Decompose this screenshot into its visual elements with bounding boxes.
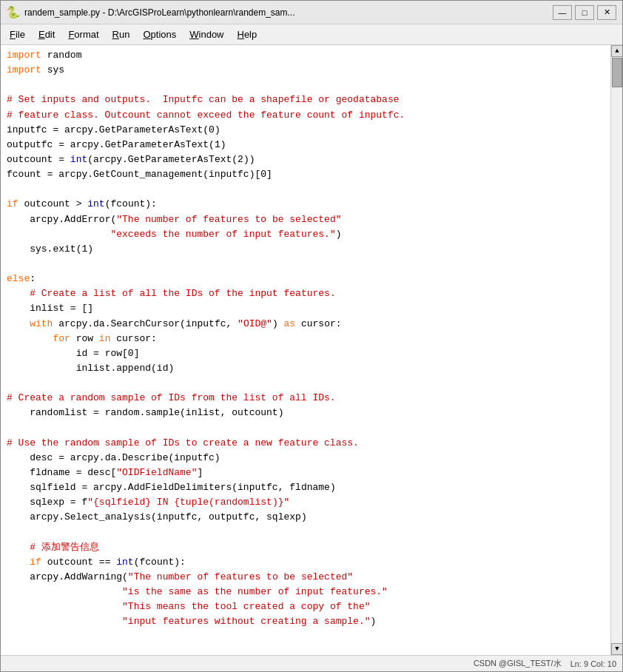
code-line-31: sqlexp = f"{sqlfield} IN {tuple(randomli…	[7, 495, 605, 510]
code-line-38: "This means the tool created a copy of t…	[7, 599, 605, 614]
code-editor[interactable]: import random import sys # Set inputs an…	[1, 45, 610, 655]
cursor-position: Ln: 9 Col: 10	[570, 659, 616, 668]
code-line-1: import random	[7, 48, 605, 63]
close-button[interactable]: ✕	[597, 5, 616, 20]
code-line-11: if outcount > int(fcount):	[7, 197, 605, 212]
code-line-36: arcpy.AddWarning("The number of features…	[7, 570, 605, 585]
code-line-32: arcpy.Select_analysis(inputfc, outputfc,…	[7, 510, 605, 525]
menu-file[interactable]: File	[4, 27, 31, 42]
code-line-4: # Set inputs and outputs. Inputfc can be…	[7, 93, 605, 107]
code-line-10	[7, 182, 605, 197]
code-line-5: # feature class. Outcount cannot exceed …	[7, 108, 605, 123]
vertical-scrollbar[interactable]: ▲ ▼	[610, 45, 622, 655]
code-line-28: desc = arcpy.da.Describe(inputfc)	[7, 451, 605, 466]
code-line-19: with arcpy.da.SearchCursor(inputfc, "OID…	[7, 317, 605, 332]
code-line-13: "exceeds the number of input features.")	[7, 227, 605, 242]
menu-run[interactable]: Run	[107, 27, 136, 42]
scroll-up-button[interactable]: ▲	[611, 45, 622, 57]
scroll-thumb[interactable]	[612, 58, 622, 87]
code-line-15	[7, 257, 605, 272]
code-line-35: if outcount == int(fcount):	[7, 555, 605, 570]
code-line-39: "input features without creating a sampl…	[7, 614, 605, 629]
code-line-18: inlist = []	[7, 301, 605, 316]
code-line-16: else:	[7, 272, 605, 286]
menu-edit[interactable]: Edit	[33, 27, 61, 42]
code-line-25: randomlist = random.sample(inlist, outco…	[7, 406, 605, 420]
code-line-3	[7, 78, 605, 93]
window-controls: — □ ✕	[553, 5, 616, 20]
code-line-30: sqlfield = arcpy.AddFieldDelimiters(inpu…	[7, 480, 605, 495]
title-bar: 🐍 randem_sample.py - D:\ArcGISProLearn\p…	[1, 1, 622, 24]
menu-window[interactable]: Window	[183, 27, 229, 42]
code-line-12: arcpy.AddError("The number of features t…	[7, 212, 605, 227]
code-line-34: # 添加警告信息	[7, 540, 605, 555]
code-line-7: outputfc = arcpy.GetParameterAsText(1)	[7, 138, 605, 152]
code-line-33	[7, 525, 605, 540]
code-line-21: id = row[0]	[7, 346, 605, 361]
status-bar: CSDN @GISL_TEST/水 Ln: 9 Col: 10	[1, 655, 622, 671]
menu-help[interactable]: Help	[232, 27, 263, 42]
code-line-22: inlist.append(id)	[7, 361, 605, 376]
code-line-6: inputfc = arcpy.GetParameterAsText(0)	[7, 123, 605, 138]
code-line-8: outcount = int(arcpy.GetParameterAsText(…	[7, 152, 605, 167]
menu-options[interactable]: Options	[137, 27, 182, 42]
code-line-9: fcount = arcpy.GetCount_management(input…	[7, 167, 605, 182]
watermark-text: CSDN @GISL_TEST/水	[474, 658, 562, 669]
app-icon: 🐍	[7, 6, 20, 19]
code-line-29: fldname = desc["OIDFieldName"]	[7, 466, 605, 480]
code-line-20: for row in cursor:	[7, 332, 605, 346]
app-window: 🐍 randem_sample.py - D:\ArcGISProLearn\p…	[0, 0, 623, 672]
code-line-26	[7, 421, 605, 436]
code-line-17: # Create a list of all the IDs of the in…	[7, 286, 605, 301]
code-line-2: import sys	[7, 63, 605, 78]
code-line-24: # Create a random sample of IDs from the…	[7, 391, 605, 406]
menu-bar: File Edit Format Run Options Window Help	[1, 24, 622, 45]
code-line-27: # Use the random sample of IDs to create…	[7, 436, 605, 451]
code-line-14: sys.exit(1)	[7, 242, 605, 257]
maximize-button[interactable]: □	[575, 5, 594, 20]
window-title: randem_sample.py - D:\ArcGISProLearn\pyt…	[24, 7, 553, 18]
scroll-down-button[interactable]: ▼	[611, 643, 622, 655]
code-line-23	[7, 376, 605, 391]
menu-format[interactable]: Format	[62, 27, 104, 42]
code-line-37: "is the same as the number of input feat…	[7, 585, 605, 599]
minimize-button[interactable]: —	[553, 5, 572, 20]
editor-area: import random import sys # Set inputs an…	[1, 45, 622, 655]
scroll-track	[611, 57, 622, 643]
